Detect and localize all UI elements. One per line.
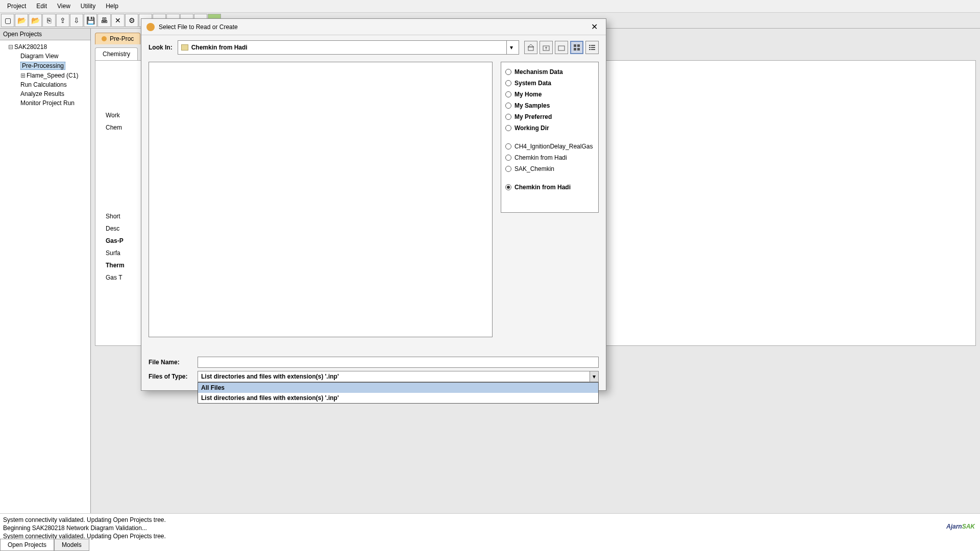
- dialog-title: Select File to Read or Create: [159, 23, 238, 31]
- svg-rect-0: [528, 47, 533, 51]
- loc-working-dir[interactable]: Working Dir: [504, 122, 595, 134]
- watermark-ajarn: Ajarn: [946, 523, 962, 530]
- watermark: AjarnSAK: [946, 514, 975, 533]
- filename-label: File Name:: [149, 359, 192, 366]
- lookin-dropdown-icon[interactable]: ▾: [506, 40, 516, 55]
- svg-rect-3: [558, 46, 565, 51]
- file-list-area[interactable]: [149, 62, 493, 337]
- lookin-combo[interactable]: Chemkin from Hadi ▾: [178, 40, 519, 55]
- view-grid-button[interactable]: [570, 41, 583, 54]
- new-icon[interactable]: ▢: [1, 14, 14, 27]
- open2-icon[interactable]: 📂: [29, 14, 42, 27]
- print-icon[interactable]: 🖶: [97, 14, 111, 27]
- log-line: System connectivity validated. Updating …: [3, 516, 977, 524]
- dialog-close-button[interactable]: ✕: [588, 22, 601, 32]
- filetype-label: Files of Type:: [149, 373, 192, 380]
- file-dialog: Select File to Read or Create ✕ Look In:…: [141, 18, 606, 391]
- log-area: System connectivity validated. Updating …: [0, 513, 980, 544]
- tab-pre-processing[interactable]: Pre-Proc: [95, 33, 140, 44]
- svg-rect-4: [574, 44, 576, 47]
- view-up-button[interactable]: [540, 41, 553, 54]
- view-list-button[interactable]: [585, 41, 599, 54]
- filetype-value: List directories and files with extensio…: [201, 373, 339, 380]
- tab-models[interactable]: Models: [54, 539, 89, 551]
- svg-rect-8: [589, 45, 591, 46]
- tree-run-calculations[interactable]: Run Calculations: [2, 80, 88, 89]
- tab-dot-icon: [102, 36, 107, 41]
- import-icon[interactable]: ⇩: [70, 14, 83, 27]
- open-icon[interactable]: 📂: [15, 14, 28, 27]
- watermark-sak: SAK: [962, 523, 975, 530]
- svg-rect-12: [589, 49, 591, 50]
- menu-view[interactable]: View: [52, 1, 76, 11]
- loc-mechanism-data[interactable]: Mechanism Data: [504, 66, 595, 78]
- export-icon[interactable]: ⇪: [56, 14, 69, 27]
- copy-icon[interactable]: ⎘: [42, 14, 56, 27]
- save-icon[interactable]: 💾: [84, 14, 97, 27]
- svg-rect-7: [577, 48, 580, 51]
- filetype-option-all[interactable]: All Files: [198, 383, 598, 393]
- tree-project-root[interactable]: ⊟SAK280218: [2, 42, 88, 52]
- svg-marker-1: [528, 44, 534, 47]
- left-bottom-tabs: Open Projects Models: [0, 539, 89, 551]
- menu-edit[interactable]: Edit: [31, 1, 52, 11]
- log-line: Beginning SAK280218 Network Diagram Vali…: [3, 524, 977, 532]
- svg-rect-5: [577, 44, 580, 47]
- close-icon[interactable]: ✕: [111, 14, 125, 27]
- filetype-option-inp[interactable]: List directories and files with extensio…: [198, 393, 598, 403]
- dialog-icon: [146, 23, 155, 31]
- tab-label: Pre-Proc: [110, 35, 134, 42]
- tree-pre-processing[interactable]: Pre-Processing: [2, 61, 88, 71]
- loc-sak-chemkin[interactable]: SAK_Chemkin: [504, 163, 595, 174]
- tab-open-projects[interactable]: Open Projects: [0, 539, 54, 551]
- menubar: Project Edit View Utility Help: [0, 0, 980, 13]
- filename-input[interactable]: [198, 357, 599, 368]
- tree-analyze-results[interactable]: Analyze Results: [2, 89, 88, 98]
- filetype-dropdown-list: All Files List directories and files wit…: [198, 382, 599, 404]
- tree-diagram-view[interactable]: Diagram View: [2, 52, 88, 61]
- dialog-titlebar: Select File to Read or Create ✕: [141, 19, 606, 35]
- loc-my-samples[interactable]: My Samples: [504, 100, 595, 111]
- loc-my-preferred[interactable]: My Preferred: [504, 111, 595, 122]
- tree-monitor-project[interactable]: Monitor Project Run: [2, 98, 88, 108]
- view-home-button[interactable]: [524, 41, 537, 54]
- tool1-icon[interactable]: ⚙: [125, 14, 138, 27]
- loc-ch4-ignition[interactable]: CH4_IgnitionDelay_RealGas: [504, 141, 595, 152]
- svg-rect-13: [591, 49, 595, 50]
- loc-chemkin-hadi-1[interactable]: Chemkin from Hadi: [504, 152, 595, 163]
- locations-panel: Mechanism Data System Data My Home My Sa…: [501, 62, 599, 213]
- tree-flame-speed[interactable]: ⊞Flame_Speed (C1): [2, 71, 88, 80]
- menu-help[interactable]: Help: [101, 1, 124, 11]
- svg-rect-6: [574, 48, 576, 51]
- project-tree: ⊟SAK280218 Diagram View Pre-Processing ⊞…: [0, 40, 90, 513]
- svg-rect-11: [591, 47, 595, 48]
- loc-my-home[interactable]: My Home: [504, 89, 595, 100]
- menu-project[interactable]: Project: [2, 1, 31, 11]
- subtab-chemistry[interactable]: Chemistry: [95, 47, 138, 60]
- log-line: System connectivity validated. Updating …: [3, 532, 977, 540]
- filetype-dropdown-icon[interactable]: ▾: [590, 371, 599, 382]
- folder-icon: [181, 44, 188, 51]
- menu-utility[interactable]: Utility: [76, 1, 101, 11]
- loc-system-data[interactable]: System Data: [504, 78, 595, 89]
- view-new-folder-button[interactable]: [555, 41, 568, 54]
- left-panel: Open Projects ⊟SAK280218 Diagram View Pr…: [0, 29, 91, 513]
- svg-rect-9: [591, 45, 595, 46]
- lookin-label: Look In:: [149, 44, 173, 51]
- filetype-combo[interactable]: List directories and files with extensio…: [198, 371, 599, 382]
- loc-chemkin-hadi-2[interactable]: Chemkin from Hadi: [504, 182, 595, 193]
- left-panel-header: Open Projects: [0, 29, 90, 40]
- svg-rect-10: [589, 47, 591, 48]
- lookin-value: Chemkin from Hadi: [191, 44, 248, 51]
